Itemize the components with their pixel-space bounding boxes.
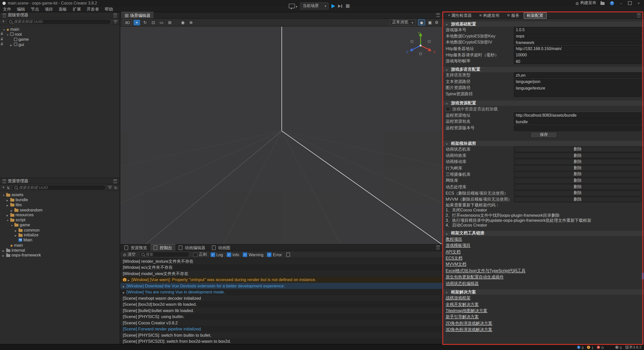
- asset-node-oops-framework[interactable]: oops-framework: [0, 253, 119, 258]
- link-tiledmap-solution[interactable]: Tiledmap地图解决方案: [446, 308, 487, 314]
- pivot-toggle[interactable]: ◉: [180, 20, 186, 25]
- menu-project[interactable]: 项目: [42, 6, 56, 12]
- remote-bundle-input[interactable]: [514, 119, 641, 124]
- asset-node-script[interactable]: script: [0, 217, 119, 222]
- help-icon[interactable]: [610, 1, 614, 5]
- collapse-arrow-icon[interactable]: [7, 32, 10, 36]
- filter-error-checkbox[interactable]: Error: [267, 252, 282, 257]
- expand-arrow-icon[interactable]: [7, 212, 10, 217]
- tab-animation-editor[interactable]: 动画编辑器: [175, 245, 209, 251]
- log-row-info[interactable]: [Window] You are running Vue in developm…: [120, 289, 442, 295]
- open-project-folder-icon[interactable]: [600, 2, 605, 5]
- delete-module-button[interactable]: 删除: [514, 171, 641, 178]
- layout-grid-icon[interactable]: [345, 3, 350, 9]
- expand-arrow-icon[interactable]: [11, 207, 14, 212]
- link-3drpg-solution[interactable]: 3D角色扮演游戏解决方案: [446, 326, 492, 333]
- log-row[interactable]: [Scene] meshopt wasm decoder initialized: [120, 295, 442, 301]
- section-module-trim[interactable]: 框架模块裁剪: [443, 141, 644, 146]
- console-search-input[interactable]: [146, 252, 187, 256]
- menu-node[interactable]: 节点: [28, 6, 42, 12]
- preview-device-select[interactable]: [289, 4, 297, 9]
- tree-node-root[interactable]: root: [0, 32, 119, 37]
- log-row-info[interactable]: [Window] Download the Vue Devtools exten…: [120, 283, 442, 289]
- coordinate-toggle[interactable]: ⊕: [188, 20, 194, 25]
- section-basic-config[interactable]: 游戏基础配置: [443, 21, 644, 27]
- scale-tool[interactable]: ⊡: [150, 20, 156, 25]
- asset-node-internal[interactable]: internal: [0, 248, 119, 253]
- maximize-button[interactable]: [628, 1, 632, 5]
- asset-node-main-scene[interactable]: main: [0, 243, 119, 248]
- lighting-toggle[interactable]: ◉: [418, 19, 425, 25]
- save-button[interactable]: 保存: [530, 132, 557, 138]
- link-fullstack-solution[interactable]: 全栈开发解决方案: [446, 301, 479, 308]
- collapse-arrow-icon[interactable]: [7, 218, 10, 222]
- tab-framework-config[interactable]: 框架配置: [524, 12, 546, 19]
- task-count-badge[interactable]: 0: [615, 345, 622, 349]
- rect-tool[interactable]: ▭: [158, 20, 165, 25]
- tab-animation-graph[interactable]: 动画图: [209, 245, 234, 251]
- tree-node-main[interactable]: main: [0, 27, 119, 32]
- menu-extension[interactable]: 扩展: [70, 6, 84, 12]
- clear-console-button[interactable]: 清空: [123, 252, 136, 257]
- menu-developer[interactable]: 开发者: [84, 6, 102, 12]
- remote-address-input[interactable]: [514, 112, 641, 118]
- asset-node-main-ts[interactable]: Main: [0, 238, 119, 243]
- tab-console[interactable]: 控制台: [150, 244, 176, 251]
- menu-help[interactable]: 帮助: [102, 6, 116, 12]
- tab-property-inspector[interactable]: ≡ 属性检查器: [445, 12, 475, 19]
- fps-input[interactable]: [514, 58, 641, 64]
- filter-info-checkbox[interactable]: Info: [227, 252, 239, 257]
- log-row[interactable]: [Scene] [bullet]:bullet wasm lib loaded.: [120, 308, 442, 314]
- lock-icon[interactable]: [1, 33, 3, 35]
- menu-panel[interactable]: 面板: [56, 6, 70, 12]
- link-guide-solution[interactable]: 新手引导解决方案: [446, 314, 479, 320]
- collapse-arrow-icon[interactable]: [11, 223, 14, 227]
- tree-node-gui[interactable]: gui: [0, 42, 119, 47]
- expand-arrow-icon[interactable]: [128, 278, 132, 282]
- delete-module-button[interactable]: 删除: [514, 159, 641, 165]
- view-mode-select[interactable]: 正常浏览: [390, 19, 416, 25]
- scrollbar-thumb[interactable]: [642, 273, 644, 280]
- log-row[interactable]: [Scene] [PHYSICS]: using builtin.: [120, 314, 442, 320]
- text-res-path-input[interactable]: [514, 79, 641, 84]
- error-count-badge[interactable]: 0: [597, 345, 604, 349]
- http-server-input[interactable]: [514, 46, 641, 52]
- mode-3d-toggle[interactable]: 3D: [123, 19, 132, 25]
- collapse-arrow-icon[interactable]: [3, 192, 6, 197]
- filter-icon[interactable]: [108, 186, 112, 189]
- view-gizmo[interactable]: Y X Z: [403, 29, 438, 60]
- expand-arrow-icon[interactable]: [3, 248, 6, 252]
- menu-edit[interactable]: 编辑: [14, 6, 28, 12]
- section-resource-config[interactable]: 游戏资源配置: [443, 101, 644, 106]
- tree-node-game[interactable]: game: [0, 37, 119, 42]
- asset-node-game[interactable]: game: [0, 223, 119, 228]
- log-row[interactable]: [Window] ecs文件夹不存在: [120, 264, 442, 270]
- link-excel-tool[interactable]: Excel格式转Json文件与TypeScript代码工具: [446, 268, 526, 274]
- image-res-path-input[interactable]: [514, 85, 641, 91]
- rotate-tool[interactable]: ↻: [142, 20, 148, 25]
- expand-arrow-icon[interactable]: [123, 284, 127, 288]
- expand-arrow-icon[interactable]: [15, 233, 19, 237]
- panel-menu-icon[interactable]: [113, 13, 117, 17]
- asset-node-initialize[interactable]: initialize: [0, 233, 119, 238]
- filter-warning-checkbox[interactable]: Warning: [243, 252, 263, 257]
- link-tutorial-project[interactable]: 教程项目: [446, 236, 462, 242]
- log-row[interactable]: [Scene] [PHYSICS2D]: switch from box2d-w…: [120, 338, 442, 344]
- tab-asset-preview[interactable]: 资源预览: [121, 245, 150, 251]
- step-button[interactable]: [338, 4, 341, 8]
- lock-icon[interactable]: [1, 38, 3, 40]
- link-chess-framework[interactable]: 战棋游戏框架: [446, 295, 470, 301]
- panel-menu-icon[interactable]: [436, 245, 440, 249]
- create-asset-button[interactable]: +: [2, 185, 5, 190]
- build-publish-button[interactable]: 构建发布: [575, 1, 596, 6]
- close-button[interactable]: ×: [636, 1, 641, 5]
- asset-node-seedrandom[interactable]: seedrandom: [0, 207, 119, 212]
- tab-scene-editor[interactable]: 场景编辑器: [121, 12, 154, 18]
- section-solutions[interactable]: 框架解决方案: [443, 289, 644, 295]
- delete-module-button[interactable]: 删除: [514, 197, 641, 203]
- panel-menu-icon[interactable]: [637, 14, 641, 17]
- expand-arrow-icon[interactable]: [123, 290, 127, 294]
- panel-menu-icon[interactable]: [113, 179, 117, 183]
- log-row[interactable]: [Window] render_texture文件夹不存在: [120, 258, 442, 264]
- link-template-project[interactable]: 游戏模板项目: [446, 242, 470, 249]
